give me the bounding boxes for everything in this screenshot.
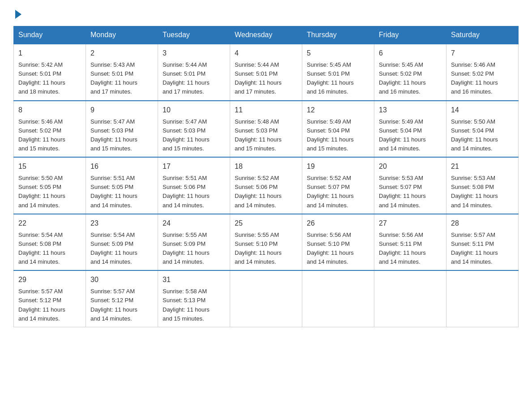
day-info: Sunrise: 5:56 AMSunset: 5:10 PMDaylight:… bbox=[307, 231, 369, 267]
day-info: Sunrise: 5:54 AMSunset: 5:09 PMDaylight:… bbox=[90, 231, 153, 267]
page-header bbox=[13, 9, 519, 17]
logo-arrow-icon bbox=[15, 10, 21, 19]
day-number: 23 bbox=[90, 218, 153, 229]
day-info: Sunrise: 5:43 AMSunset: 5:01 PMDaylight:… bbox=[90, 60, 153, 97]
day-number: 11 bbox=[235, 105, 297, 116]
calendar-day-cell: 29Sunrise: 5:57 AMSunset: 5:12 PMDayligh… bbox=[14, 270, 86, 327]
day-info: Sunrise: 5:44 AMSunset: 5:01 PMDaylight:… bbox=[235, 60, 297, 97]
day-number: 22 bbox=[18, 218, 81, 229]
calendar-day-cell: 5Sunrise: 5:45 AMSunset: 5:01 PMDaylight… bbox=[302, 44, 374, 101]
calendar-header-row: SundayMondayTuesdayWednesdayThursdayFrid… bbox=[14, 26, 519, 44]
calendar-day-cell: 25Sunrise: 5:55 AMSunset: 5:10 PMDayligh… bbox=[230, 214, 302, 271]
day-info: Sunrise: 5:56 AMSunset: 5:11 PMDaylight:… bbox=[379, 231, 442, 267]
day-info: Sunrise: 5:46 AMSunset: 5:02 PMDaylight:… bbox=[451, 60, 514, 97]
calendar-day-cell: 11Sunrise: 5:48 AMSunset: 5:03 PMDayligh… bbox=[230, 101, 302, 158]
day-number: 16 bbox=[90, 161, 153, 172]
day-number: 18 bbox=[235, 161, 297, 172]
day-info: Sunrise: 5:52 AMSunset: 5:07 PMDaylight:… bbox=[307, 174, 369, 210]
day-info: Sunrise: 5:45 AMSunset: 5:01 PMDaylight:… bbox=[307, 60, 369, 97]
day-number: 7 bbox=[451, 48, 514, 59]
day-info: Sunrise: 5:55 AMSunset: 5:09 PMDaylight:… bbox=[163, 231, 225, 267]
calendar-day-cell: 7Sunrise: 5:46 AMSunset: 5:02 PMDaylight… bbox=[446, 44, 519, 101]
day-number: 9 bbox=[90, 105, 153, 116]
day-info: Sunrise: 5:57 AMSunset: 5:12 PMDaylight:… bbox=[90, 287, 153, 323]
day-info: Sunrise: 5:42 AMSunset: 5:01 PMDaylight:… bbox=[18, 60, 81, 97]
day-info: Sunrise: 5:53 AMSunset: 5:07 PMDaylight:… bbox=[379, 174, 442, 210]
calendar-day-cell: 1Sunrise: 5:42 AMSunset: 5:01 PMDaylight… bbox=[14, 44, 86, 101]
day-info: Sunrise: 5:44 AMSunset: 5:01 PMDaylight:… bbox=[163, 60, 225, 97]
calendar-week-row: 8Sunrise: 5:46 AMSunset: 5:02 PMDaylight… bbox=[14, 101, 519, 158]
header-tuesday: Tuesday bbox=[158, 26, 230, 44]
calendar-day-cell: 23Sunrise: 5:54 AMSunset: 5:09 PMDayligh… bbox=[86, 214, 158, 271]
day-info: Sunrise: 5:47 AMSunset: 5:03 PMDaylight:… bbox=[163, 117, 225, 154]
calendar-week-row: 22Sunrise: 5:54 AMSunset: 5:08 PMDayligh… bbox=[14, 214, 519, 271]
day-info: Sunrise: 5:46 AMSunset: 5:02 PMDaylight:… bbox=[18, 117, 81, 154]
calendar-table: SundayMondayTuesdayWednesdayThursdayFrid… bbox=[13, 26, 519, 327]
day-number: 20 bbox=[379, 161, 442, 172]
day-info: Sunrise: 5:58 AMSunset: 5:13 PMDaylight:… bbox=[163, 287, 225, 323]
calendar-day-cell: 13Sunrise: 5:49 AMSunset: 5:04 PMDayligh… bbox=[374, 101, 446, 158]
day-info: Sunrise: 5:53 AMSunset: 5:08 PMDaylight:… bbox=[451, 174, 514, 210]
calendar-day-cell: 19Sunrise: 5:52 AMSunset: 5:07 PMDayligh… bbox=[302, 157, 374, 214]
calendar-day-cell: 3Sunrise: 5:44 AMSunset: 5:01 PMDaylight… bbox=[158, 44, 230, 101]
calendar-day-cell: 9Sunrise: 5:47 AMSunset: 5:03 PMDaylight… bbox=[86, 101, 158, 158]
day-info: Sunrise: 5:49 AMSunset: 5:04 PMDaylight:… bbox=[379, 117, 442, 154]
calendar-day-cell: 2Sunrise: 5:43 AMSunset: 5:01 PMDaylight… bbox=[86, 44, 158, 101]
calendar-day-cell: 6Sunrise: 5:45 AMSunset: 5:02 PMDaylight… bbox=[374, 44, 446, 101]
calendar-day-cell bbox=[374, 270, 446, 327]
day-info: Sunrise: 5:54 AMSunset: 5:08 PMDaylight:… bbox=[18, 231, 81, 267]
calendar-day-cell: 10Sunrise: 5:47 AMSunset: 5:03 PMDayligh… bbox=[158, 101, 230, 158]
calendar-day-cell: 17Sunrise: 5:51 AMSunset: 5:06 PMDayligh… bbox=[158, 157, 230, 214]
day-number: 31 bbox=[163, 274, 225, 285]
calendar-week-row: 29Sunrise: 5:57 AMSunset: 5:12 PMDayligh… bbox=[14, 270, 519, 327]
calendar-day-cell: 18Sunrise: 5:52 AMSunset: 5:06 PMDayligh… bbox=[230, 157, 302, 214]
day-info: Sunrise: 5:52 AMSunset: 5:06 PMDaylight:… bbox=[235, 174, 297, 210]
header-saturday: Saturday bbox=[446, 26, 519, 44]
calendar-week-row: 15Sunrise: 5:50 AMSunset: 5:05 PMDayligh… bbox=[14, 157, 519, 214]
day-info: Sunrise: 5:49 AMSunset: 5:04 PMDaylight:… bbox=[307, 117, 369, 154]
day-info: Sunrise: 5:51 AMSunset: 5:06 PMDaylight:… bbox=[163, 174, 225, 210]
day-number: 29 bbox=[18, 274, 81, 285]
day-number: 3 bbox=[163, 48, 225, 59]
calendar-day-cell bbox=[302, 270, 374, 327]
calendar-day-cell: 16Sunrise: 5:51 AMSunset: 5:05 PMDayligh… bbox=[86, 157, 158, 214]
day-number: 5 bbox=[307, 48, 369, 59]
calendar-day-cell: 26Sunrise: 5:56 AMSunset: 5:10 PMDayligh… bbox=[302, 214, 374, 271]
header-wednesday: Wednesday bbox=[230, 26, 302, 44]
day-info: Sunrise: 5:47 AMSunset: 5:03 PMDaylight:… bbox=[90, 117, 153, 154]
day-number: 1 bbox=[18, 48, 81, 59]
calendar-day-cell: 22Sunrise: 5:54 AMSunset: 5:08 PMDayligh… bbox=[14, 214, 86, 271]
logo bbox=[13, 9, 21, 17]
day-number: 15 bbox=[18, 161, 81, 172]
header-sunday: Sunday bbox=[14, 26, 86, 44]
day-info: Sunrise: 5:55 AMSunset: 5:10 PMDaylight:… bbox=[235, 231, 297, 267]
day-number: 8 bbox=[18, 105, 81, 116]
day-info: Sunrise: 5:50 AMSunset: 5:04 PMDaylight:… bbox=[451, 117, 514, 154]
calendar-week-row: 1Sunrise: 5:42 AMSunset: 5:01 PMDaylight… bbox=[14, 44, 519, 101]
day-number: 30 bbox=[90, 274, 153, 285]
day-number: 25 bbox=[235, 218, 297, 229]
calendar-day-cell: 31Sunrise: 5:58 AMSunset: 5:13 PMDayligh… bbox=[158, 270, 230, 327]
day-number: 10 bbox=[163, 105, 225, 116]
day-number: 6 bbox=[379, 48, 442, 59]
day-number: 13 bbox=[379, 105, 442, 116]
calendar-day-cell bbox=[230, 270, 302, 327]
header-friday: Friday bbox=[374, 26, 446, 44]
day-number: 19 bbox=[307, 161, 369, 172]
calendar-day-cell: 4Sunrise: 5:44 AMSunset: 5:01 PMDaylight… bbox=[230, 44, 302, 101]
day-number: 12 bbox=[307, 105, 369, 116]
day-info: Sunrise: 5:51 AMSunset: 5:05 PMDaylight:… bbox=[90, 174, 153, 210]
day-number: 2 bbox=[90, 48, 153, 59]
day-number: 14 bbox=[451, 105, 514, 116]
day-number: 27 bbox=[379, 218, 442, 229]
day-number: 26 bbox=[307, 218, 369, 229]
calendar-day-cell: 14Sunrise: 5:50 AMSunset: 5:04 PMDayligh… bbox=[446, 101, 519, 158]
day-number: 17 bbox=[163, 161, 225, 172]
calendar-day-cell: 8Sunrise: 5:46 AMSunset: 5:02 PMDaylight… bbox=[14, 101, 86, 158]
header-thursday: Thursday bbox=[302, 26, 374, 44]
day-info: Sunrise: 5:50 AMSunset: 5:05 PMDaylight:… bbox=[18, 174, 81, 210]
calendar-day-cell: 21Sunrise: 5:53 AMSunset: 5:08 PMDayligh… bbox=[446, 157, 519, 214]
calendar-day-cell: 20Sunrise: 5:53 AMSunset: 5:07 PMDayligh… bbox=[374, 157, 446, 214]
day-info: Sunrise: 5:57 AMSunset: 5:11 PMDaylight:… bbox=[451, 231, 514, 267]
day-number: 4 bbox=[235, 48, 297, 59]
